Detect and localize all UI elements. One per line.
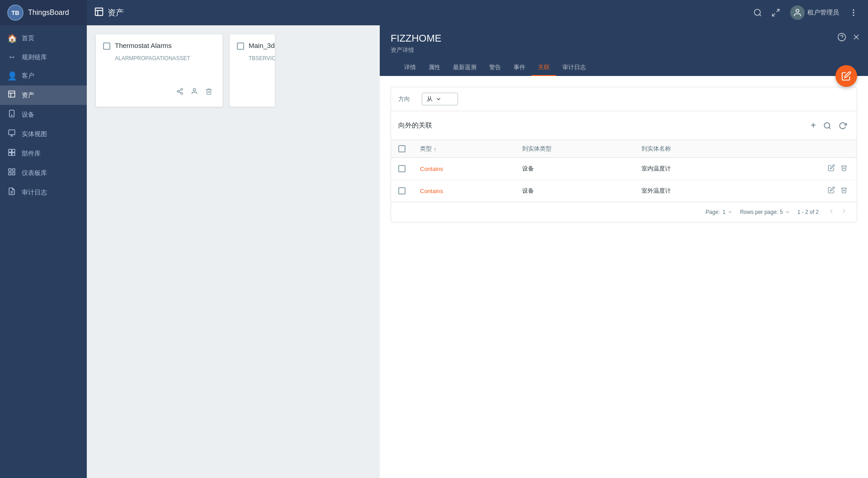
relations-container: 方向 从 向外的关联 + (391, 87, 857, 222)
main-area: 资产 租户管理员 (87, 0, 868, 478)
detail-title: FIZZHOME (391, 33, 857, 44)
asset-card-2[interactable]: Main_3d4... TBSERVICEQUEUE (230, 34, 275, 107)
sidebar: TB ThingsBoard 🏠 首页 ↔ 规则链库 👤 客户 资产 设备 (0, 0, 87, 478)
delete-row-2-button[interactable] (839, 185, 849, 197)
edit-row-1-button[interactable] (826, 162, 837, 175)
delete-button-1[interactable] (203, 85, 215, 99)
user-label: 租户管理员 (807, 9, 839, 17)
col-header-entity-name: 到实体名称 (634, 140, 754, 158)
dashboards-icon (7, 168, 16, 178)
asset-checkbox-1[interactable] (103, 43, 110, 50)
tab-relations[interactable]: 关联 (532, 60, 556, 76)
tab-audit-log[interactable]: 审计日志 (556, 60, 592, 76)
svg-line-26 (179, 92, 181, 93)
sidebar-item-home[interactable]: 🏠 首页 (0, 29, 87, 48)
pagination: Page: 1 Rows per page: 5 (391, 202, 857, 222)
col-header-type: 类型 ↑ (413, 140, 515, 158)
more-button[interactable] (846, 5, 861, 20)
sidebar-item-dashboards[interactable]: 仪表板库 (0, 163, 87, 183)
page-label: Page: (706, 209, 720, 215)
rows-per-page-label: Rows per page: (740, 209, 778, 215)
sidebar-item-entity-views[interactable]: 实体视图 (0, 124, 87, 144)
svg-point-20 (853, 9, 854, 10)
edit-row-2-button[interactable] (826, 185, 837, 197)
row-action-group-2 (761, 185, 849, 197)
direction-select[interactable]: 从 (422, 93, 458, 105)
tab-alarms[interactable]: 警告 (483, 60, 507, 76)
sidebar-item-customers[interactable]: 👤 客户 (0, 66, 87, 85)
detail-panel: FIZZHOME 资产详情 详情 属性 最新遥测 警告 事件 关联 审计日志 (380, 25, 868, 478)
sidebar-item-rules[interactable]: ↔ 规则链库 (0, 48, 87, 66)
sidebar-item-assets[interactable]: 资产 (0, 85, 87, 105)
share-button-1[interactable] (174, 85, 186, 99)
svg-point-23 (181, 88, 183, 90)
chevron-left-icon (828, 208, 835, 215)
asset-name-2: Main_3d4... (249, 42, 275, 49)
tab-details[interactable]: 详情 (398, 60, 422, 76)
row-checkbox-1[interactable] (398, 165, 406, 172)
row-entity-type-1: 设备 (515, 158, 634, 180)
header-checkbox[interactable] (398, 145, 406, 152)
svg-rect-9 (9, 169, 11, 171)
search-icon (823, 122, 831, 130)
svg-rect-6 (12, 149, 15, 152)
row-checkbox-2[interactable] (398, 187, 406, 194)
svg-rect-12 (13, 173, 15, 175)
relations-actions: + (808, 118, 849, 133)
refresh-relation-button[interactable] (836, 118, 849, 133)
refresh-icon (839, 122, 847, 130)
rows-chevron-icon (785, 209, 790, 215)
sidebar-item-home-label: 首页 (22, 34, 34, 43)
tab-events[interactable]: 事件 (507, 60, 532, 76)
manage-button-1[interactable] (188, 85, 201, 99)
delete-row-1-button[interactable] (839, 162, 849, 175)
sidebar-item-widgets-label: 部件库 (22, 150, 41, 158)
rows-per-page-select[interactable]: 5 (780, 209, 790, 215)
sidebar-item-audit[interactable]: 审计日志 (0, 183, 87, 202)
user-info[interactable]: 租户管理员 (787, 4, 843, 22)
search-button[interactable] (750, 5, 765, 20)
page-nav (826, 206, 849, 218)
sidebar-item-rules-label: 规则链库 (22, 53, 47, 62)
edit-icon (828, 164, 835, 171)
direction-value: 从 (427, 95, 433, 103)
detail-help-button[interactable] (835, 31, 848, 46)
asset-card-1[interactable]: Thermostat Alarms ALARMPROPAGATIONASSET (96, 34, 222, 107)
fullscreen-button[interactable] (769, 5, 783, 20)
page-value: 1 (722, 209, 726, 215)
asset-panel: Thermostat Alarms ALARMPROPAGATIONASSET (87, 25, 380, 478)
tab-attributes[interactable]: 属性 (422, 60, 447, 76)
asset-type-1: ALARMPROPAGATIONASSET (115, 55, 215, 62)
asset-card-header-2: Main_3d4... (237, 42, 268, 50)
asset-card-header-1: Thermostat Alarms (103, 42, 215, 50)
search-relation-button[interactable] (821, 118, 834, 133)
next-page-button[interactable] (839, 206, 849, 218)
app-logo: TB (7, 5, 24, 21)
delete-icon (840, 164, 848, 171)
col-entity-type-label: 到实体类型 (522, 145, 552, 152)
tab-telemetry[interactable]: 最新遥测 (447, 60, 483, 76)
audit-icon (7, 187, 16, 198)
page-select[interactable]: 1 (722, 209, 733, 215)
detail-close-button[interactable] (850, 31, 863, 46)
sidebar-nav: 🏠 首页 ↔ 规则链库 👤 客户 资产 设备 实体视图 (0, 25, 87, 478)
sort-icon: ↑ (434, 146, 437, 153)
sidebar-item-widgets[interactable]: 部件库 (0, 144, 87, 163)
app-title: ThingsBoard (28, 9, 69, 17)
row-entity-name-1: 室内温度计 (634, 158, 754, 180)
delete-icon (840, 186, 848, 194)
type-link-2[interactable]: Contains (420, 188, 443, 194)
svg-point-28 (193, 89, 195, 91)
add-relation-button[interactable]: + (808, 118, 819, 133)
sidebar-header: TB ThingsBoard (0, 0, 87, 25)
type-link-1[interactable]: Contains (420, 166, 443, 172)
svg-point-16 (755, 9, 760, 15)
edit-fab-button[interactable] (835, 65, 857, 87)
sidebar-item-devices-label: 设备 (22, 111, 34, 119)
row-type-1: Contains (413, 158, 515, 180)
asset-checkbox-2[interactable] (237, 43, 244, 50)
sidebar-item-devices[interactable]: 设备 (0, 105, 87, 124)
sidebar-item-dashboards-label: 仪表板库 (22, 169, 47, 177)
prev-page-button[interactable] (826, 206, 837, 218)
detail-header: FIZZHOME 资产详情 详情 属性 最新遥测 警告 事件 关联 审计日志 (380, 25, 868, 76)
